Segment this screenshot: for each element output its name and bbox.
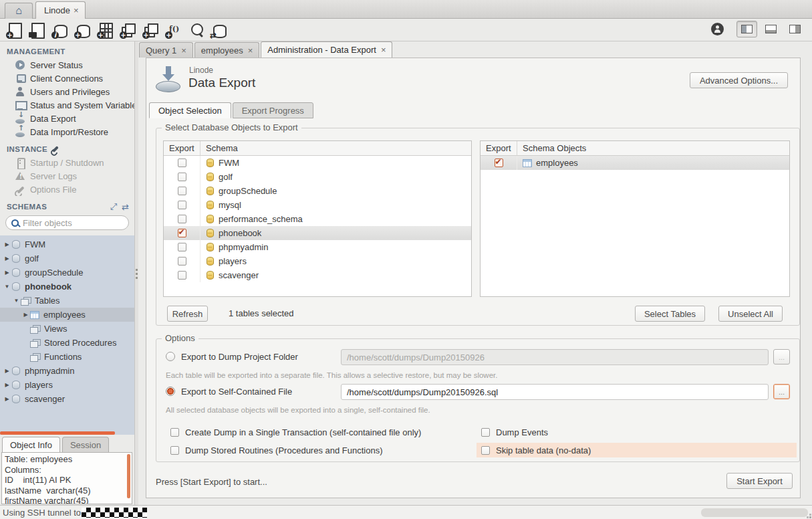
export-column-header[interactable]: Export <box>481 141 517 155</box>
management-item[interactable]: Data Export <box>0 112 134 125</box>
info-panel-scrollbar[interactable] <box>127 454 130 498</box>
schema-tree-item[interactable]: ▼ phonebook <box>0 280 134 294</box>
schema-row[interactable]: groupSchedule <box>164 184 471 198</box>
instance-item[interactable]: Server Logs <box>0 169 134 183</box>
expander-icon[interactable]: ▶ <box>21 312 30 318</box>
toggle-left-sidebar-icon[interactable] <box>736 21 757 37</box>
create-procedure-icon[interactable] <box>140 21 161 39</box>
editor-tab[interactable]: employees × <box>194 42 259 58</box>
dump-folder-path-field[interactable] <box>341 349 769 365</box>
browse-file-button[interactable]: ... <box>773 384 790 399</box>
subtab[interactable]: Export Progress <box>233 102 313 118</box>
search-data-icon[interactable] <box>186 21 207 39</box>
option-checkbox[interactable] <box>481 428 490 437</box>
instance-item[interactable]: Startup / Shutdown <box>0 156 134 169</box>
export-checkbox[interactable] <box>178 215 186 223</box>
schema-row[interactable]: performance_schema <box>164 212 471 226</box>
management-item[interactable]: Status and System Variables <box>0 98 134 112</box>
expander-icon[interactable]: ▶ <box>3 368 11 374</box>
editor-tab[interactable]: Administration - Data Export × <box>261 41 392 58</box>
schema-tree-item[interactable]: ▼ Tables <box>0 294 134 308</box>
expander-icon[interactable]: ▼ <box>12 298 21 304</box>
create-view-icon[interactable] <box>118 21 138 39</box>
schema-tree-item[interactable]: ▶ employees <box>0 308 134 322</box>
expander-icon[interactable]: ▶ <box>3 241 11 247</box>
schema-tree-item[interactable]: Stored Procedures <box>0 336 134 350</box>
self-contained-radio[interactable] <box>166 387 175 396</box>
export-checkbox[interactable] <box>178 159 186 167</box>
info-panel-tab[interactable]: Object Info <box>2 437 60 452</box>
schema-tree-item[interactable]: ▶ scavenger <box>0 392 134 406</box>
expander-icon[interactable]: ▶ <box>3 255 11 262</box>
resize-grip-icon[interactable] <box>809 516 811 518</box>
browse-folder-button[interactable]: ... <box>773 349 790 365</box>
self-contained-path-field[interactable] <box>341 384 769 400</box>
dump-folder-option[interactable]: Export to Dump Project Folder <box>166 348 298 365</box>
info-panel-tab[interactable]: Session <box>62 437 109 452</box>
export-checkbox[interactable] <box>178 271 186 280</box>
management-item[interactable]: Users and Privileges <box>0 85 134 98</box>
expander-icon[interactable]: ▼ <box>3 284 11 290</box>
create-schema-icon[interactable] <box>72 21 93 39</box>
export-checkbox[interactable] <box>495 159 503 167</box>
schema-row[interactable]: scavenger <box>164 268 471 282</box>
export-option-checkbox-row[interactable]: Dump Stored Routines (Procedures and Fun… <box>166 443 477 457</box>
create-function-icon[interactable] <box>163 21 184 39</box>
management-item[interactable]: Client Connections <box>0 72 134 85</box>
schema-tree-item[interactable]: Views <box>0 322 134 336</box>
schema-row[interactable]: mysql <box>164 198 471 212</box>
objects-column-header[interactable]: Schema Objects <box>517 141 586 155</box>
schema-row[interactable]: phpmyadmin <box>164 240 471 254</box>
schema-object-row[interactable]: employees <box>481 156 789 170</box>
expander-icon[interactable]: ▶ <box>3 396 11 402</box>
export-checkbox[interactable] <box>178 173 186 181</box>
statusbar-scrollbar[interactable] <box>701 508 808 517</box>
management-item[interactable]: Server Status <box>0 58 134 72</box>
subtab[interactable]: Object Selection <box>149 102 231 118</box>
export-checkbox[interactable] <box>178 201 186 209</box>
close-icon[interactable]: × <box>74 5 79 15</box>
close-icon[interactable]: × <box>248 45 253 56</box>
connection-tab[interactable]: Linode × <box>35 1 86 19</box>
splitter-handle[interactable] <box>0 431 115 435</box>
option-checkbox[interactable] <box>170 428 179 437</box>
option-checkbox[interactable] <box>170 446 179 455</box>
management-item[interactable]: Data Import/Restore <box>0 125 134 138</box>
dump-folder-radio[interactable] <box>166 352 175 361</box>
expander-icon[interactable]: ▶ <box>3 382 11 388</box>
schema-filter-input[interactable] <box>23 218 116 228</box>
instance-item[interactable]: Options File <box>0 183 134 196</box>
new-query-tab-icon[interactable] <box>4 21 25 39</box>
export-option-checkbox-row[interactable]: Create Dump in a Single Transaction (sel… <box>166 425 477 439</box>
open-sql-script-icon[interactable] <box>27 21 47 39</box>
close-icon[interactable]: × <box>181 45 186 56</box>
toggle-output-area-icon[interactable] <box>761 21 781 37</box>
start-export-button[interactable]: Start Export <box>726 473 793 489</box>
connect-database-icon[interactable] <box>49 21 70 39</box>
close-icon[interactable]: × <box>381 45 386 55</box>
workbench-badge-icon[interactable] <box>711 23 724 35</box>
toggle-right-sidebar-icon[interactable] <box>785 21 805 37</box>
export-checkbox[interactable] <box>178 243 186 251</box>
export-checkbox[interactable] <box>178 257 186 266</box>
editor-tab[interactable]: Query 1 × <box>139 42 193 58</box>
schema-row[interactable]: golf <box>164 170 471 184</box>
expand-schemas-icon[interactable]: ⤢ <box>110 201 117 212</box>
schema-tree-item[interactable]: ▶ groupSchedule <box>0 266 134 280</box>
unselect-all-button[interactable]: Unselect All <box>718 306 783 322</box>
select-tables-button[interactable]: Select Tables <box>635 306 705 322</box>
create-table-icon[interactable] <box>95 21 116 39</box>
schema-tree-item[interactable]: Functions <box>0 350 134 364</box>
schema-tree-item[interactable]: ▶ FWM <box>0 237 134 251</box>
self-contained-option[interactable]: Export to Self-Contained File <box>166 383 292 399</box>
refresh-button[interactable]: Refresh <box>167 306 208 322</box>
reconnect-dbms-icon[interactable] <box>209 21 229 39</box>
refresh-schemas-icon[interactable]: ⇄ <box>122 202 129 212</box>
advanced-options-button[interactable]: Advanced Options... <box>690 72 788 88</box>
schema-tree-item[interactable]: ▶ phpmyadmin <box>0 364 134 378</box>
export-option-checkbox-row[interactable]: Dump Events <box>477 425 797 439</box>
export-column-header[interactable]: Export <box>164 141 200 155</box>
schema-column-header[interactable]: Schema <box>200 141 238 155</box>
schema-row[interactable]: FWM <box>164 156 471 170</box>
expander-icon[interactable]: ▶ <box>3 270 11 276</box>
